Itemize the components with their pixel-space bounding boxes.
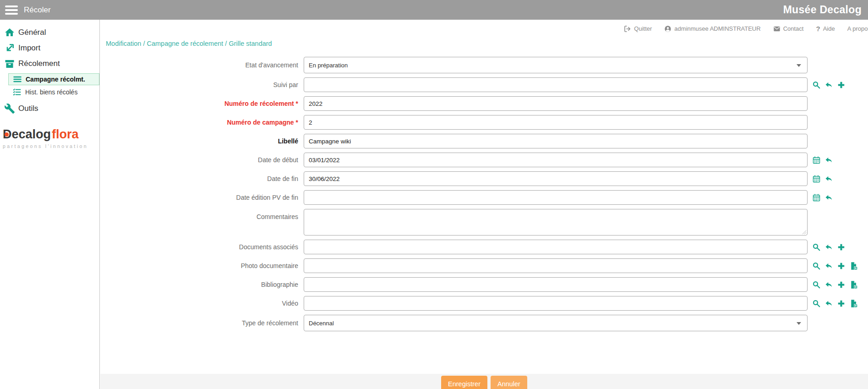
calendar-icon[interactable] — [812, 175, 821, 183]
form-row-documents-associes: Documents associés — [100, 240, 868, 254]
hamburger-menu-icon[interactable] — [0, 0, 21, 20]
app-title: Récoler — [24, 5, 51, 15]
undo-icon[interactable] — [824, 262, 833, 270]
field-label: Etat d'avancement — [100, 61, 304, 69]
fileplus-icon[interactable] — [849, 299, 858, 308]
logo-dot — [5, 132, 9, 137]
undo-icon[interactable] — [824, 243, 833, 252]
logo-part2: flora — [52, 127, 79, 141]
row-action-icons — [812, 81, 846, 89]
etat-d-avancement-select[interactable]: En préparation — [304, 57, 808, 73]
calendar-icon[interactable] — [812, 156, 821, 164]
plus-icon[interactable] — [837, 262, 846, 270]
quitter-link[interactable]: Quitter — [624, 25, 652, 33]
field-label: Photo documentaire — [100, 262, 304, 269]
sidebar-item-label: Campagne récolmt. — [26, 76, 85, 83]
numero-de-campagne-input[interactable] — [304, 115, 808, 130]
sidebar-item-campagne-recolmt[interactable]: Campagne récolmt. — [8, 73, 99, 85]
row-action-icons — [812, 280, 858, 289]
commentaires-textarea[interactable] — [304, 209, 808, 236]
search-icon[interactable] — [812, 299, 821, 308]
user-label: adminmusee ADMINSTRATEUR — [674, 25, 760, 32]
photo-documentaire-input[interactable] — [304, 258, 808, 273]
bibliographie-input[interactable] — [304, 277, 808, 292]
a-propos-link[interactable]: A propos — [847, 25, 868, 32]
plus-icon[interactable] — [837, 280, 846, 289]
a-propos-label: A propos — [847, 25, 868, 32]
form-row-video: Vidéo — [100, 296, 868, 311]
undo-icon[interactable] — [824, 81, 833, 89]
search-icon[interactable] — [812, 81, 821, 89]
date-de-debut-input[interactable] — [304, 153, 808, 167]
plus-icon[interactable] — [837, 243, 846, 252]
form-row-bibliographie: Bibliographie — [100, 277, 868, 292]
brand-title: Musée Decalog — [783, 0, 862, 20]
field-label: Type de récolement — [100, 319, 304, 327]
undo-icon[interactable] — [824, 299, 833, 308]
field-label: Numéro de récolement * — [100, 100, 304, 107]
chevron-down-icon — [797, 64, 801, 67]
contact-label: Contact — [783, 25, 804, 32]
date-de-fin-input[interactable] — [304, 171, 808, 186]
fileplus-icon[interactable] — [849, 262, 858, 270]
undo-icon[interactable] — [824, 156, 833, 164]
type-de-recolement-select[interactable]: Décennal — [304, 315, 808, 331]
form-row-date-de-debut: Date de début — [100, 153, 868, 167]
field-label: Libellé — [100, 137, 304, 145]
search-icon[interactable] — [812, 280, 821, 289]
sidebar-item-recolement[interactable]: Récolement — [0, 56, 99, 71]
wrench-icon — [4, 103, 15, 114]
user-account-link[interactable]: adminmusee ADMINSTRATEUR — [664, 25, 760, 33]
field-label: Commentaires — [100, 209, 304, 220]
row-action-icons — [812, 175, 833, 183]
field-label: Vidéo — [100, 300, 304, 307]
documents-associes-input[interactable] — [304, 240, 808, 254]
row-action-icons — [812, 156, 833, 164]
logo-tagline: partageons l'innovation — [3, 144, 99, 149]
decalog-flora-logo: Decalogflora partageons l'innovation — [3, 128, 99, 149]
date-edition-pv-de-fin-input[interactable] — [304, 190, 808, 205]
numero-de-recolement-input[interactable] — [304, 96, 808, 111]
contact-link[interactable]: Contact — [773, 25, 804, 33]
cancel-button[interactable]: Annuler — [491, 376, 527, 389]
aide-link[interactable]: ? Aide — [816, 25, 835, 33]
undo-icon[interactable] — [824, 280, 833, 289]
form-row-date-de-fin: Date de fin — [100, 171, 868, 186]
form-row-date-edition-pv-de-fin: Date édition PV de fin — [100, 190, 868, 205]
suivi-par-input[interactable] — [304, 77, 808, 92]
import-icon — [4, 43, 15, 54]
sidebar-item-hist-biens-recoles[interactable]: Hist. biens récolés — [8, 86, 99, 98]
form-row-libelle: Libellé — [100, 134, 868, 148]
fileplus-icon[interactable] — [849, 280, 858, 289]
row-action-icons — [812, 193, 833, 202]
field-label: Date de début — [100, 156, 304, 164]
sidebar-item-general[interactable]: Général — [0, 25, 99, 40]
archive-box-icon — [4, 58, 15, 69]
search-icon[interactable] — [812, 262, 821, 270]
selected-value: Décennal — [309, 320, 334, 327]
sidebar-item-outils[interactable]: Outils — [0, 101, 99, 116]
sidebar-item-label: Import — [18, 44, 40, 53]
form-row-numero-de-campagne: Numéro de campagne * — [100, 115, 868, 130]
logo-part1: Decalog — [3, 127, 51, 141]
main-content: Quitter adminmusee ADMINSTRATEUR Contact… — [100, 20, 868, 389]
sidebar-item-label: Récolement — [18, 59, 60, 68]
undo-icon[interactable] — [824, 193, 833, 202]
home-icon — [4, 27, 15, 38]
calendar-icon[interactable] — [812, 193, 821, 202]
row-action-icons — [812, 299, 858, 308]
field-label: Bibliographie — [100, 281, 304, 288]
quitter-label: Quitter — [634, 25, 652, 32]
row-action-icons — [812, 243, 846, 252]
save-button[interactable]: Enregistrer — [441, 376, 487, 389]
video-input[interactable] — [304, 296, 808, 311]
plus-icon[interactable] — [837, 81, 846, 89]
envelope-icon — [773, 25, 781, 33]
search-icon[interactable] — [812, 243, 821, 252]
libelle-input[interactable] — [304, 134, 808, 148]
plus-icon[interactable] — [837, 299, 846, 308]
list-icon — [13, 75, 22, 84]
footer-bar: Enregistrer Annuler — [100, 374, 868, 389]
undo-icon[interactable] — [824, 175, 833, 183]
sidebar-item-import[interactable]: Import — [0, 40, 99, 56]
